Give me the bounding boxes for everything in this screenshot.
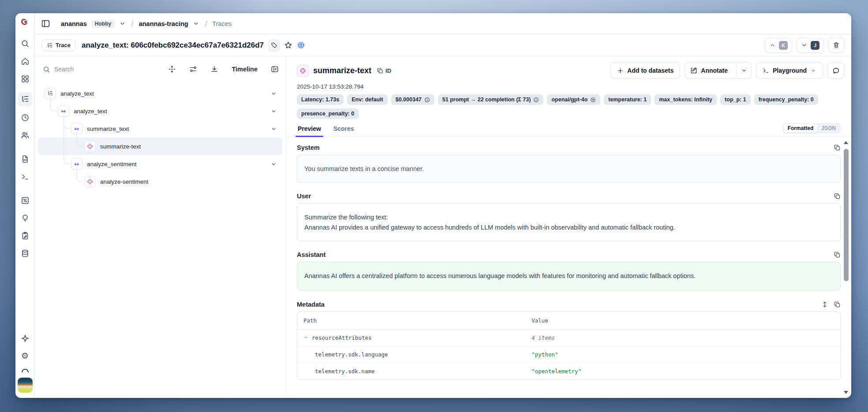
detail-tabs: Preview Scores Formatted JSON <box>286 119 851 137</box>
scrollbar-down-arrow[interactable] <box>844 391 848 394</box>
tree-node-span[interactable]: ↔ summarize_text <box>38 120 282 137</box>
annotate-split-button: Annotate <box>685 63 752 78</box>
expand-icon[interactable] <box>821 301 828 308</box>
trash-icon <box>833 41 840 49</box>
experiments-percent-icon[interactable] <box>21 196 30 205</box>
breadcrumb-page-traces[interactable]: Traces <box>212 20 232 27</box>
breadcrumb-project[interactable]: anannas-tracing <box>139 20 188 27</box>
collapse-panel-icon[interactable] <box>271 65 279 73</box>
user-section-header: User <box>297 193 841 200</box>
settings-gear-icon[interactable]: ⚙ <box>21 352 29 360</box>
format-toggle: Formatted JSON <box>783 123 841 134</box>
chevron-down-icon <box>801 42 808 48</box>
span-icon: ↔ <box>58 105 69 117</box>
metadata-header-row: Path Value <box>297 312 840 329</box>
section-title: System <box>297 144 320 151</box>
users-icon[interactable] <box>21 131 30 140</box>
presence-penalty-badge: presence_penalty: 0 <box>297 108 359 119</box>
search-input[interactable] <box>54 66 125 73</box>
home-icon[interactable] <box>21 57 30 66</box>
trace-title: analyze_text: 606c0febc692ce34ec67a7e632… <box>82 41 264 50</box>
org-chevron-down-icon[interactable] <box>119 20 126 27</box>
info-icon <box>533 97 539 103</box>
chevron-down-icon[interactable] <box>270 108 282 115</box>
section-title: Metadata <box>297 301 325 308</box>
timeline-toggle[interactable]: Timeline <box>232 66 258 73</box>
sidebar-toggle-icon[interactable] <box>41 19 50 28</box>
tree-node-generation-selected[interactable]: summarize-text <box>38 137 282 155</box>
token-usage-badge[interactable]: 51 prompt → 22 completion (Σ 73) <box>438 94 544 105</box>
public-globe-icon[interactable] <box>297 41 305 49</box>
tree-node-label: summarize-text <box>100 143 141 150</box>
annotate-dropdown-chevron[interactable] <box>737 63 751 78</box>
metadata-row[interactable]: resourceAttributes 4 items <box>297 329 840 346</box>
chevron-down-icon[interactable] <box>270 90 282 97</box>
observation-tree: analyze_text ↔ analyze_text ↔ summarize_… <box>35 82 286 398</box>
breadcrumb-divider <box>204 20 207 27</box>
prompts-file-icon[interactable] <box>21 155 30 163</box>
tab-scores[interactable]: Scores <box>333 122 355 137</box>
search-icon[interactable] <box>21 39 30 48</box>
section-title: Assistant <box>297 251 326 258</box>
tracing-tree-icon[interactable] <box>18 92 32 106</box>
copy-icon[interactable] <box>834 144 841 151</box>
format-json-option[interactable]: JSON <box>817 124 840 133</box>
tree-search[interactable] <box>43 66 155 73</box>
model-badge[interactable]: openai/gpt-4o <box>547 94 600 105</box>
trace-title-bar: Trace analyze_text: 606c0febc692ce34ec67… <box>35 34 851 56</box>
chevron-down-icon[interactable] <box>270 161 282 167</box>
user-avatar[interactable] <box>18 378 33 393</box>
metadata-row[interactable]: telemetry.sdk.name "opentelemetry" <box>297 363 840 379</box>
tree-node-span[interactable]: ↔ analyze_sentiment <box>38 155 282 173</box>
prev-trace-button[interactable]: K <box>765 38 792 53</box>
metadata-path: telemetry.sdk.language <box>315 351 388 358</box>
upgrade-sparkle-icon[interactable] <box>21 334 30 343</box>
metadata-row[interactable]: telemetry.sdk.language "python" <box>297 346 840 363</box>
tag-icon[interactable] <box>268 40 280 51</box>
temperature-badge: temperature: 1 <box>604 94 651 105</box>
playground-terminal-icon[interactable] <box>21 172 30 181</box>
dashboard-grid-icon[interactable] <box>21 74 30 83</box>
scrollbar-up-arrow[interactable] <box>844 141 848 144</box>
tree-node-span[interactable]: ↔ analyze_text <box>38 102 282 120</box>
copy-icon[interactable] <box>834 251 841 258</box>
chevron-down-icon[interactable] <box>303 335 309 340</box>
observation-detail-panel: summarize-text ID Add to datasets Annota… <box>286 56 851 398</box>
env-badge: Env: default <box>347 94 388 105</box>
trace-root-icon <box>45 88 56 99</box>
comments-button[interactable] <box>827 63 844 78</box>
annotate-button[interactable]: Annotate <box>685 63 733 78</box>
sessions-clock-icon[interactable] <box>21 113 30 122</box>
metadata-section-header: Metadata <box>297 301 841 308</box>
format-formatted-option[interactable]: Formatted <box>784 124 818 133</box>
delete-trace-button[interactable] <box>828 38 844 53</box>
detail-scroll-content: System You summarize texts in a concise … <box>286 137 851 398</box>
datasets-database-icon[interactable] <box>21 249 30 258</box>
next-trace-button[interactable]: J <box>797 38 824 53</box>
add-to-datasets-button[interactable]: Add to datasets <box>610 63 680 78</box>
copy-icon[interactable] <box>834 301 841 308</box>
tab-preview[interactable]: Preview <box>297 122 322 137</box>
org-plan-badge: Hobby <box>91 20 115 28</box>
tree-settings-sliders-icon[interactable] <box>189 65 197 73</box>
metadata-table: Path Value resourceAttributes 4 items te… <box>297 312 841 380</box>
chevron-down-icon[interactable] <box>270 126 282 132</box>
copy-id-button[interactable]: ID <box>377 67 391 74</box>
collapse-all-icon[interactable] <box>168 65 176 73</box>
insights-lightbulb-icon[interactable] <box>21 214 30 223</box>
scrollbar-thumb[interactable] <box>844 149 849 281</box>
tree-node-trace-root[interactable]: analyze_text <box>38 85 282 102</box>
project-chevron-down-icon[interactable] <box>193 20 199 27</box>
copy-icon[interactable] <box>834 193 841 200</box>
observation-timestamp: 2025-10-17 13:53:28.794 <box>286 78 851 90</box>
annotation-clipboard-icon[interactable] <box>21 231 30 240</box>
download-icon[interactable] <box>210 65 218 73</box>
playground-button[interactable]: Playground <box>756 63 823 78</box>
frequency-penalty-badge: frequency_penalty: 0 <box>754 94 818 105</box>
tree-toolbar: Timeline <box>35 56 286 82</box>
tree-node-generation[interactable]: analyze-sentiment <box>38 173 282 190</box>
cost-badge[interactable]: $0.000347 <box>391 94 434 105</box>
breadcrumb-org[interactable]: anannas <box>61 20 87 27</box>
bookmark-star-icon[interactable] <box>284 41 292 49</box>
tree-node-label: analyze_text <box>60 90 94 97</box>
